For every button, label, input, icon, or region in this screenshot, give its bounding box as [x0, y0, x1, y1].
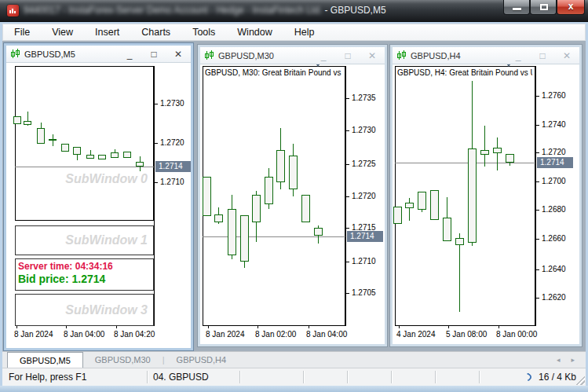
y-axis-label: 1.2640	[542, 265, 576, 274]
candle-body	[24, 121, 31, 125]
child-maximize-icon[interactable]: □	[149, 46, 159, 62]
x-axis-label: 4 Jan 2024	[396, 330, 451, 339]
x-axis-label: 8 Jan 00:00	[496, 330, 551, 339]
candle-body	[480, 150, 489, 155]
app-titlebar[interactable]: 9440017 - InstaForex-Server Demo Account…	[0, 0, 588, 22]
child-maximize-icon[interactable]: □	[343, 48, 352, 64]
child-titlebar[interactable]: GBPUSD,M30 _ □ ✕	[200, 47, 385, 64]
x-axis-label: 8 Jan 2024	[206, 330, 261, 339]
tab-gbpusd-m30[interactable]: GBPUSD,M30	[83, 352, 163, 368]
x-axis-tick	[448, 326, 449, 328]
tab-scroll-right-icon[interactable]: ▸	[571, 356, 575, 364]
candle-body	[314, 228, 323, 236]
menu-tools[interactable]: Tools	[181, 24, 226, 40]
chart-content[interactable]: 1.27301.27201.27101.27148 Jan 20248 Jan …	[6, 63, 191, 348]
y-axis-tick	[345, 164, 349, 165]
chart-plot-area[interactable]	[15, 66, 154, 221]
y-axis-tick	[154, 104, 158, 104]
y-axis-label: 1.2620	[542, 293, 576, 302]
status-divider	[239, 371, 240, 383]
tab-gbpusd-m5[interactable]: GBPUSD,M5	[7, 352, 83, 368]
candle-body	[203, 177, 211, 216]
app-title-redacted: 9440017 - InstaForex-Server Demo Account…	[24, 5, 322, 16]
menu-charts[interactable]: Charts	[130, 24, 181, 40]
candle-body	[49, 139, 57, 141]
candle-body	[430, 190, 439, 220]
y-axis-tick	[535, 269, 539, 270]
candlestick-chart-icon	[204, 50, 215, 60]
y-axis-label: 1.2720	[352, 192, 385, 201]
chart-window-gbpusd-m5[interactable]: GBPUSD,M5 _ □ ✕ 1.27301.27201.27101.2714…	[4, 43, 193, 350]
tab-scroll-left-icon[interactable]: ◂	[557, 356, 561, 364]
y-axis-tick	[154, 143, 158, 144]
status-traffic-text: 16 / 4 Kb	[539, 372, 576, 383]
child-close-icon[interactable]: ✕	[173, 46, 183, 62]
y-axis-label: 1.2700	[542, 177, 576, 186]
y-axis-tick	[535, 298, 539, 299]
status-context-text[interactable]: 04. GBPUSD	[153, 372, 209, 383]
status-divider	[435, 371, 436, 383]
candle-body	[136, 162, 144, 167]
chart-shift-marker-icon	[505, 64, 513, 67]
resize-grip[interactable]	[575, 375, 585, 385]
y-axis-line	[535, 66, 536, 326]
app-icon	[7, 5, 19, 16]
bid-price-text: Bid price: 1.2714	[18, 273, 152, 286]
candle-body	[393, 207, 402, 224]
current-price-line	[203, 236, 345, 237]
child-close-icon[interactable]: ✕	[562, 48, 572, 64]
chart-window-gbpusd-m30[interactable]: GBPUSD,M30 _ □ ✕ GBPUSD, M30: Great Brit…	[198, 45, 387, 346]
subwindow-watermark: SubWindow 1	[15, 233, 148, 247]
child-minimize-icon[interactable]: _	[125, 46, 134, 62]
close-icon: x	[568, 1, 574, 12]
x-axis-tick	[499, 326, 499, 328]
y-axis-label: 1.2710	[352, 257, 385, 266]
current-price-line	[395, 163, 535, 163]
candle-body	[61, 144, 69, 152]
chart-content[interactable]: GBPUSD, M30: Great Britain Pound vs U1.2…	[200, 64, 385, 344]
candle-body	[228, 209, 236, 255]
chart-shift-marker-icon	[314, 64, 322, 67]
tab-gbpusd-h4[interactable]: GBPUSD,H4	[165, 352, 239, 368]
y-axis-tick	[345, 98, 349, 99]
y-axis-tick	[345, 196, 349, 197]
close-button[interactable]: x	[557, 0, 585, 15]
y-axis-tick	[535, 239, 539, 240]
child-maximize-icon[interactable]: □	[538, 48, 547, 64]
y-axis-tick	[535, 96, 539, 97]
chart-plot-area[interactable]	[395, 66, 535, 326]
y-axis-label: 1.2660	[542, 234, 576, 244]
y-axis-label: 1.2735	[352, 93, 385, 103]
child-close-icon[interactable]: ✕	[367, 48, 377, 64]
child-titlebar[interactable]: GBPUSD,M5 _ □ ✕	[6, 46, 191, 63]
candle-body	[240, 215, 249, 262]
y-axis-label: 1.2720	[542, 148, 576, 157]
menu-help[interactable]: Help	[283, 24, 326, 40]
child-minimize-icon[interactable]: _	[319, 48, 328, 64]
candle-body	[13, 116, 21, 124]
x-axis-tick	[399, 326, 400, 328]
app-title-symbol: - GBPUSD,M5	[322, 5, 385, 16]
candle-body	[493, 148, 502, 153]
menu-file[interactable]: File	[3, 24, 41, 40]
menu-view[interactable]: View	[41, 24, 84, 40]
status-divider	[147, 371, 148, 383]
y-axis-tick	[535, 181, 539, 182]
candle-body	[214, 214, 223, 222]
maximize-button[interactable]	[530, 0, 557, 15]
chart-tabbar: GBPUSD,M5 GBPUSD,M30 | GBPUSD,H4 ◂ ▸	[2, 351, 586, 368]
y-axis-label: 1.2680	[542, 205, 576, 214]
menu-window[interactable]: Window	[226, 24, 283, 40]
candle-body	[111, 152, 119, 158]
menu-insert[interactable]: Insert	[84, 24, 130, 40]
child-titlebar[interactable]: GBPUSD,H4 _ □ ✕	[393, 47, 579, 64]
candle-body	[301, 195, 310, 222]
y-axis-tick	[535, 210, 539, 211]
chart-window-gbpusd-h4[interactable]: GBPUSD,H4 _ □ ✕ GBPUSD, H4: Great Britai…	[390, 45, 582, 346]
minimize-button[interactable]	[503, 0, 530, 15]
chart-plot-area[interactable]	[203, 66, 345, 326]
child-minimize-icon[interactable]: _	[513, 48, 523, 64]
chart-content[interactable]: GBPUSD, H4: Great Britain Pound vs US1.2…	[393, 64, 579, 344]
y-axis-label: 1.2705	[352, 288, 385, 298]
current-price-line	[15, 167, 154, 167]
